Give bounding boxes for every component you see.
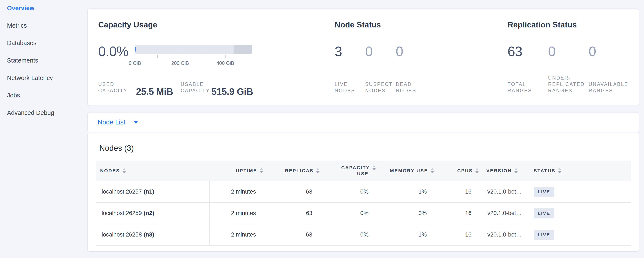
under-replicated-value: 0: [548, 45, 588, 58]
table-header-row: NODES UPTIME REPLICAS CAPAC: [96, 161, 631, 181]
node-address-cell: localhost:26258 (n3): [96, 224, 210, 245]
sidebar-item-databases[interactable]: Databases: [0, 40, 87, 57]
suspect-label-line2: NODES: [365, 87, 396, 94]
capacity-use-header-label: CAPACITY USE: [341, 165, 368, 177]
total-label-line2: RANGES: [508, 87, 548, 94]
usable-capacity-label-line1: USABLE: [181, 81, 212, 87]
uptime-cell: 2 minutes: [210, 224, 256, 245]
uptime-cell: 2 minutes: [210, 181, 256, 202]
node-status-section: Node Status 3 0 0 LIVE NODES: [335, 9, 508, 105]
memory-use-cell: 1%: [368, 224, 427, 245]
capacity-gauge: 0.0% 0 GiB 200 GiB: [98, 45, 256, 58]
under-replicated-stat: 0: [548, 45, 588, 58]
uptime-header-label: UPTIME: [236, 168, 257, 174]
used-capacity-label-line1: USED: [98, 81, 136, 87]
sort-icon: [122, 168, 126, 173]
usable-capacity-label: USABLE CAPACITY: [181, 81, 212, 94]
memory-use-cell: 0%: [368, 203, 427, 224]
sort-icon: [558, 168, 562, 173]
column-header-memory-use[interactable]: MEMORY USE: [368, 168, 427, 174]
column-header-uptime[interactable]: UPTIME: [210, 168, 256, 174]
column-header-replicas[interactable]: REPLICAS: [256, 168, 312, 174]
replication-status-section: Replication Status 63 0 0 TOTAL RANG: [508, 9, 635, 105]
table-row[interactable]: localhost:26258 (n3) 2 minutes 63 0% 1% …: [96, 224, 631, 246]
table-row[interactable]: localhost:26257 (n1) 2 minutes 63 0% 1% …: [96, 181, 631, 203]
replication-status-title: Replication Status: [508, 21, 577, 29]
status-cell: LIVE: [532, 181, 631, 202]
version-cell: v20.1.0-bet…: [472, 224, 532, 245]
live-nodes-stat: 3: [335, 45, 365, 58]
dead-nodes-label: DEAD NODES: [396, 81, 426, 94]
cpus-cell: 16: [427, 181, 472, 202]
status-badge: LIVE: [534, 187, 554, 197]
unavailable-label-line1: UNAVAILABLE: [588, 81, 629, 87]
suspect-nodes-label: SUSPECT NODES: [365, 81, 396, 94]
axis-label-200gib: 200 GiB: [171, 60, 189, 66]
column-header-cpus[interactable]: CPUS: [427, 168, 472, 174]
capacity-bar-track: [135, 45, 252, 54]
unavailable-value: 0: [588, 45, 629, 58]
status-cell: LIVE: [532, 224, 631, 245]
column-header-nodes[interactable]: NODES: [96, 168, 210, 174]
sidebar-item-statements[interactable]: Statements: [0, 57, 87, 74]
suspect-nodes-stat: 0: [365, 45, 396, 58]
chevron-down-icon[interactable]: [134, 121, 138, 124]
suspect-label-line1: SUSPECT: [365, 81, 396, 87]
capacity-use-line2: USE: [357, 171, 368, 177]
axis-tick: [180, 55, 180, 58]
node-address: localhost:26257: [102, 188, 142, 195]
live-nodes-label: LIVE NODES: [335, 81, 365, 94]
unavailable-stat: 0: [588, 45, 629, 58]
column-header-status[interactable]: STATUS: [532, 168, 631, 174]
replicas-cell: 63: [256, 181, 312, 202]
column-header-version[interactable]: VERSION: [472, 168, 532, 174]
status-cell: LIVE: [532, 203, 631, 224]
axis-tick: [203, 55, 203, 58]
under-replicated-label: UNDER- REPLICATED RANGES: [548, 75, 588, 94]
sidebar-item-jobs[interactable]: Jobs: [0, 92, 87, 109]
under-replicated-label-line3: RANGES: [548, 87, 588, 94]
axis-label-0gib: 0 GiB: [129, 60, 141, 66]
unavailable-label: UNAVAILABLE RANGES: [588, 81, 629, 94]
live-label-line1: LIVE: [335, 81, 365, 87]
unavailable-label-line2: RANGES: [588, 87, 629, 94]
main-content: Capacity Usage 0.0% 0 Gi: [87, 0, 639, 258]
version-cell: v20.1.0-bet…: [472, 203, 532, 224]
column-header-capacity-use[interactable]: CAPACITY USE: [312, 165, 368, 177]
used-capacity-value: 25.5 MiB: [136, 87, 173, 96]
node-address-cell: localhost:26259 (n2): [96, 203, 210, 224]
memory-use-header-label: MEMORY USE: [390, 168, 428, 174]
sidebar-item-advanced-debug[interactable]: Advanced Debug: [0, 109, 87, 127]
sidebar-item-metrics[interactable]: Metrics: [0, 22, 87, 40]
capacity-usage-section: Capacity Usage 0.0% 0 Gi: [98, 9, 335, 105]
cluster-summary-card: Capacity Usage 0.0% 0 Gi: [87, 9, 639, 106]
under-replicated-label-line1: UNDER-: [548, 75, 588, 81]
dead-nodes-value: 0: [396, 45, 426, 58]
capacity-use-cell: 0%: [312, 181, 368, 202]
used-capacity-label: USED CAPACITY: [98, 81, 136, 94]
node-address: localhost:26258: [102, 231, 142, 238]
total-ranges-value: 63: [508, 45, 548, 58]
node-id: (n1): [144, 188, 154, 195]
sort-icon: [514, 168, 518, 173]
version-cell: v20.1.0-bet…: [472, 181, 532, 202]
sidebar-item-network-latency[interactable]: Network Latency: [0, 74, 87, 92]
cpus-header-label: CPUS: [457, 168, 473, 174]
node-id: (n3): [144, 231, 154, 238]
total-ranges-stat: 63: [508, 45, 548, 58]
cpus-cell: 16: [427, 224, 472, 245]
suspect-nodes-value: 0: [365, 45, 396, 58]
usable-capacity-label-line2: CAPACITY: [181, 87, 212, 94]
dead-label-line2: NODES: [396, 87, 426, 94]
under-replicated-label-line2: REPLICATED: [548, 81, 588, 87]
table-row[interactable]: localhost:26259 (n2) 2 minutes 63 0% 0% …: [96, 203, 631, 224]
axis-tick: [135, 55, 135, 58]
capacity-bar: 0 GiB 200 GiB 400 GiB: [135, 45, 256, 59]
capacity-usage-title: Capacity Usage: [98, 21, 157, 29]
sidebar-item-overview[interactable]: Overview: [0, 5, 87, 22]
axis-tick: [248, 55, 248, 58]
node-list-dropdown[interactable]: Node List: [98, 118, 126, 126]
version-header-label: VERSION: [486, 168, 512, 174]
capacity-use-cell: 0%: [312, 224, 368, 245]
capacity-bar-nonusable-segment: [234, 45, 252, 54]
